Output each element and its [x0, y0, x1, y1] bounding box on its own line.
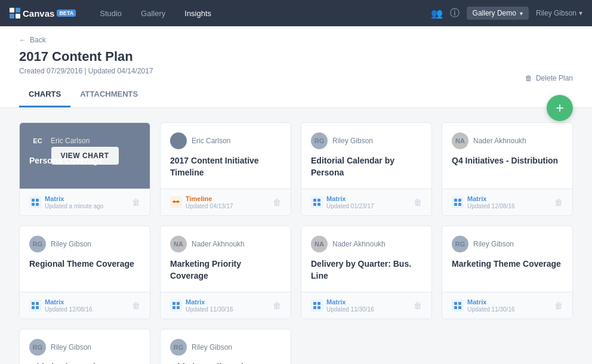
nav-links: Studio Gallery Insights	[90, 0, 430, 26]
chart-type: Matrix Updated 11/30/16	[452, 298, 515, 313]
delete-card-button[interactable]: 🗑	[273, 301, 281, 310]
updated-label: Updated 12/08/16	[467, 203, 515, 209]
back-button[interactable]: ← Back	[19, 36, 573, 44]
matrix-icon	[311, 196, 323, 208]
svg-point-10	[177, 200, 179, 203]
type-label: Matrix	[45, 195, 103, 202]
chart-type-info: Matrix Updated 12/08/16	[467, 195, 515, 209]
delete-plan-button[interactable]: 🗑 Delete Plan	[525, 74, 573, 82]
gallery-demo-selector[interactable]: Gallery Demo ▾	[467, 7, 529, 20]
updated-label: Updated 01/23/17	[326, 203, 374, 209]
type-label: Matrix	[467, 298, 515, 306]
author-name: Eric Carlson	[192, 137, 230, 145]
tab-charts[interactable]: CHARTS	[19, 85, 70, 107]
svg-rect-13	[313, 203, 316, 206]
svg-rect-31	[454, 302, 457, 305]
svg-rect-7	[36, 203, 39, 206]
chart-type-info: Timeline Updated 04/13/17	[186, 195, 233, 209]
users-icon[interactable]: 👥	[431, 8, 443, 19]
nav-insights[interactable]: Insights	[175, 0, 221, 26]
chart-card[interactable]: RG Riley Gibson Marketing Theme Coverage…	[442, 226, 573, 319]
chart-card[interactable]: EC Eric Carlson Persona Coverage VIEW CH…	[19, 122, 150, 216]
svg-rect-32	[458, 302, 461, 305]
avatar: RG	[452, 236, 468, 252]
chart-card[interactable]: RG Riley Gibson Initiative by Business O…	[19, 329, 150, 364]
matrix-icon	[29, 300, 41, 311]
chart-type: Matrix Updated 12/08/16	[452, 195, 515, 209]
svg-rect-1	[16, 8, 20, 13]
delete-card-button[interactable]: 🗑	[273, 198, 281, 207]
svg-rect-12	[317, 199, 320, 202]
delete-card-button[interactable]: 🗑	[414, 198, 422, 207]
card-author: EC Eric Carlson	[170, 132, 281, 149]
view-chart-button[interactable]: VIEW CHART	[51, 147, 119, 165]
updated-label: Updated 04/13/17	[186, 203, 233, 209]
nav-gallery[interactable]: Gallery	[131, 0, 175, 26]
chart-type: Matrix Updated 12/08/16	[29, 298, 92, 313]
avatar: RG	[311, 132, 328, 149]
card-author: NA Nader Akhnoukh	[170, 236, 281, 252]
svg-rect-11	[313, 199, 316, 202]
chart-type: Matrix Updated a minute ago	[29, 195, 103, 209]
chart-card[interactable]: NA Nader Akhnoukh Delivery by Quarter: B…	[301, 226, 432, 319]
svg-rect-22	[36, 306, 39, 309]
avatar: RG	[170, 339, 187, 356]
svg-rect-27	[313, 302, 316, 305]
chart-card[interactable]: NA Nader Akhnoukh Marketing Priority Cov…	[160, 226, 291, 319]
logo-text: Canvas	[23, 8, 54, 18]
matrix-icon	[452, 300, 464, 311]
svg-rect-33	[454, 306, 457, 309]
card-footer: Matrix Updated 12/08/16 🗑	[20, 292, 150, 319]
svg-rect-16	[458, 199, 461, 202]
author-name: Riley Gibson	[332, 137, 373, 145]
tab-attachments[interactable]: ATTACHMENTS	[70, 85, 147, 107]
updated-label: Updated 11/30/16	[467, 306, 515, 313]
back-label: Back	[30, 36, 46, 44]
add-chart-button[interactable]: +	[547, 95, 573, 121]
chart-type-info: Matrix Updated 11/30/16	[467, 298, 515, 313]
type-label: Matrix	[45, 298, 92, 306]
card-footer: Timeline Updated 04/13/17 🗑	[161, 189, 291, 215]
nav-studio[interactable]: Studio	[90, 0, 131, 26]
info-icon[interactable]: ⓘ	[450, 7, 460, 20]
matrix-icon	[170, 300, 182, 311]
svg-rect-26	[177, 306, 180, 309]
chart-card[interactable]: NA Nader Akhnoukh Q4 Initiatives - Distr…	[442, 122, 573, 216]
svg-rect-24	[177, 302, 180, 305]
chart-type-info: Matrix Updated a minute ago	[45, 195, 103, 209]
author-name: Riley Gibson	[473, 240, 514, 248]
delete-card-button[interactable]: 🗑	[132, 301, 140, 310]
avatar: NA	[452, 132, 468, 149]
card-body: RG Riley Gibson Marketing Theme Coverage	[442, 226, 572, 292]
chart-type-info: Matrix Updated 12/08/16	[45, 298, 92, 313]
card-author: RG Riley Gibson	[311, 132, 422, 149]
chart-card[interactable]: RG Riley Gibson Initiative Delivery by O…	[160, 329, 291, 364]
avatar: EC	[170, 132, 187, 149]
chart-card[interactable]: EC Eric Carlson 2017 Content Initiative …	[160, 122, 291, 216]
chart-type-info: Matrix Updated 01/23/17	[326, 195, 374, 209]
author-name: Nader Akhnoukh	[473, 137, 526, 145]
delete-card-button[interactable]: 🗑	[554, 198, 563, 207]
timeline-icon	[170, 196, 182, 208]
gallery-demo-chevron: ▾	[520, 10, 523, 17]
chart-card[interactable]: RG Riley Gibson Editorial Calendar by Pe…	[301, 122, 432, 216]
delete-card-button[interactable]: 🗑	[132, 198, 140, 207]
user-menu[interactable]: Riley Gibson ▾	[536, 9, 582, 17]
chart-card[interactable]: RG Riley Gibson Regional Theme Coverage …	[19, 226, 150, 319]
card-title: Regional Theme Coverage	[29, 258, 140, 270]
delete-card-button[interactable]: 🗑	[414, 301, 422, 310]
updated-label: Updated 11/30/16	[326, 306, 374, 313]
svg-rect-20	[36, 302, 39, 305]
card-body: RG Riley Gibson Initiative by Business O…	[20, 329, 150, 364]
matrix-icon	[29, 196, 41, 208]
card-title: Marketing Priority Coverage	[170, 258, 281, 282]
card-title: Initiative by Business Objective	[29, 362, 140, 364]
delete-card-button[interactable]: 🗑	[554, 301, 563, 310]
svg-rect-28	[317, 302, 320, 305]
logo[interactable]: Canvas BETA	[10, 8, 76, 18]
svg-rect-34	[458, 306, 461, 309]
updated-label: Updated 11/30/16	[186, 306, 233, 313]
nav-right: 👥 ⓘ Gallery Demo ▾ Riley Gibson ▾	[431, 7, 582, 20]
svg-rect-23	[172, 302, 175, 305]
card-body: NA Nader Akhnoukh Marketing Priority Cov…	[161, 226, 291, 292]
